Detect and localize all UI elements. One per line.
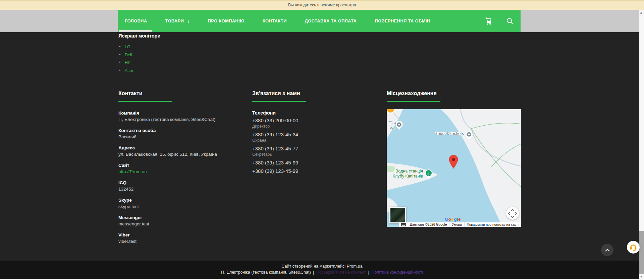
nav-item-returns[interactable]: ПОВЕРНЕННЯ ТА ОБМІН <box>375 18 430 23</box>
keyboard-shortcuts-button[interactable] <box>399 223 408 226</box>
brand-link-lg[interactable]: LG <box>125 45 130 49</box>
svg-text:⚓: ⚓ <box>426 171 431 176</box>
brand-link-hp[interactable]: HP <box>125 60 130 65</box>
footer-links-line: IT, Електроніка (тестова компанія, Sites… <box>0 270 644 275</box>
keyboard-icon <box>401 223 406 226</box>
map-report-error-link[interactable]: Повідомити про помилку на карті <box>465 223 521 226</box>
map-attribution-bar: Дані карт ©2026 Google Умови Повідомити … <box>399 222 521 227</box>
nav-item-products[interactable]: ТОВАРИ ↓ <box>165 18 190 24</box>
map-pan-control[interactable] <box>506 207 519 220</box>
search-icon <box>506 17 514 25</box>
scrollbar-down-arrow[interactable] <box>640 276 643 278</box>
brand-link-dell[interactable]: Dell <box>125 53 132 57</box>
list-item: Acer <box>118 67 160 75</box>
phone-entry: +380 (39) 123-45-99 <box>252 159 370 166</box>
support-chat-button[interactable] <box>627 241 640 254</box>
divider: | <box>312 270 315 275</box>
contacts-fields: Компанія IT, Електроніка (тестова компан… <box>118 110 246 245</box>
preview-mode-text: Вы находитесь в режиме просмотра <box>288 3 356 7</box>
contacts-title: Контакти <box>118 90 246 102</box>
gray-pin-icon[interactable] <box>465 131 473 141</box>
phones-block: Телефони +380 (33) 200-00-00 Директор +3… <box>252 110 370 175</box>
footer-company-name: IT, Електроніка (тестова компанія, Sites… <box>221 270 311 275</box>
phone-entry: +380 (39) 123-45-77 Секретарь <box>252 145 370 157</box>
nav-item-products-label: ТОВАРИ <box>165 18 184 23</box>
page: Вы находитесь в режиме просмотра ГОЛОВНА… <box>0 0 644 279</box>
google-map[interactable]: #1 з го… Tours & Tickets <box>387 109 521 227</box>
nav-item-contacts[interactable]: КОНТАКТИ <box>263 18 287 23</box>
privacy-policy-link[interactable]: Політика конфіденційності <box>371 270 423 275</box>
contact-field-messenger: Messenger messenger.test <box>118 214 246 227</box>
satellite-view-toggle[interactable] <box>389 207 406 223</box>
brands-list: LG Dell HP Acer <box>118 43 160 74</box>
content-area: Яскраві монітори LG Dell HP Acer Контакт… <box>0 32 644 279</box>
list-item: LG <box>118 43 160 51</box>
scrollbar-thumb[interactable] <box>639 231 644 274</box>
contact-field-address: Адреса ул. Васильковская, 15, офис 512, … <box>118 145 246 157</box>
contact-field-person: Контактна особа Василий <box>118 127 246 140</box>
nav-item-home[interactable]: ГОЛОВНА <box>125 18 147 23</box>
phone-entry: +380 (39) 123-45-34 Охрана <box>252 131 370 143</box>
cart-button[interactable] <box>484 17 492 25</box>
brands-block: Яскраві монітори LG Dell HP Acer <box>118 33 160 74</box>
location-column: Місцезнаходження #1 з <box>387 90 521 227</box>
report-content-link[interactable]: Поскаржитися на контент <box>316 270 366 275</box>
contacts-column: Контакти Компанія IT, Електроніка (тесто… <box>118 90 246 249</box>
list-item: Dell <box>118 51 160 59</box>
location-title: Місцезнаходження <box>387 90 521 102</box>
green-pin-icon[interactable]: ⚓ <box>424 169 433 181</box>
google-logo[interactable]: Google <box>445 217 461 222</box>
contact-field-skype: Skype skype.test <box>118 197 246 210</box>
map-terms-link[interactable]: Умови <box>449 223 464 226</box>
red-location-marker[interactable] <box>449 155 458 169</box>
search-button[interactable] <box>506 17 514 25</box>
headset-icon <box>629 243 638 252</box>
connect-title: Зв'язатися з нами <box>252 90 370 102</box>
map-label-station: Водна станція Клубу Капітанів <box>387 169 423 179</box>
chevron-up-icon <box>604 247 611 254</box>
map-label-poi1: #1 з го… <box>387 120 396 130</box>
connect-column: Зв'язатися з нами Телефони +380 (33) 200… <box>252 90 370 176</box>
site-footer: Сайт створений на маркетплейсі Prom.ua I… <box>0 261 644 279</box>
phone-entry: +380 (39) 123-45-99 <box>252 168 370 175</box>
vertical-scrollbar[interactable] <box>639 10 644 279</box>
divider: | <box>367 270 370 275</box>
scroll-to-top-button[interactable] <box>601 244 613 256</box>
nav-items: ГОЛОВНА ТОВАРИ ↓ ПРО КОМПАНІЮ КОНТАКТИ Д… <box>125 10 430 32</box>
main-nav: ГОЛОВНА ТОВАРИ ↓ ПРО КОМПАНІЮ КОНТАКТИ Д… <box>118 10 521 32</box>
nav-band: ГОЛОВНА ТОВАРИ ↓ ПРО КОМПАНІЮ КОНТАКТИ Д… <box>0 10 644 32</box>
contact-field-website: Сайт http://Prom.ua <box>118 162 246 175</box>
website-link[interactable]: http://Prom.ua <box>118 169 147 174</box>
brand-link-acer[interactable]: Acer <box>125 68 133 73</box>
cart-icon <box>484 17 492 25</box>
gray-pin-icon[interactable] <box>395 121 403 131</box>
nav-item-delivery[interactable]: ДОСТАВКА ТА ОПЛАТА <box>305 18 357 23</box>
contact-field-viber: Viber viber.test <box>118 232 246 245</box>
phone-entry: +380 (33) 200-00-00 Директор <box>252 117 370 129</box>
scrollbar-up-arrow[interactable] <box>640 12 643 14</box>
nav-item-about[interactable]: ПРО КОМПАНІЮ <box>208 18 244 23</box>
map-label-tours: Tours & Tickets <box>419 131 464 136</box>
list-item: HP <box>118 59 160 67</box>
brands-title: Яскраві монітори <box>118 33 160 39</box>
pan-arrows-icon <box>506 207 519 220</box>
preview-mode-banner: Вы находитесь в режиме просмотра <box>0 0 644 10</box>
map-data-attribution: Дані карт ©2026 Google <box>408 223 449 226</box>
phones-label: Телефони <box>252 110 370 116</box>
contact-field-company: Компанія IT, Електроніка (тестова компан… <box>118 110 246 123</box>
contact-field-icq: ICQ 132452 <box>118 180 246 192</box>
footer-marketplace-text: Сайт створений на маркетплейсі Prom.ua <box>0 264 644 269</box>
arrow-down-icon: ↓ <box>187 18 190 24</box>
